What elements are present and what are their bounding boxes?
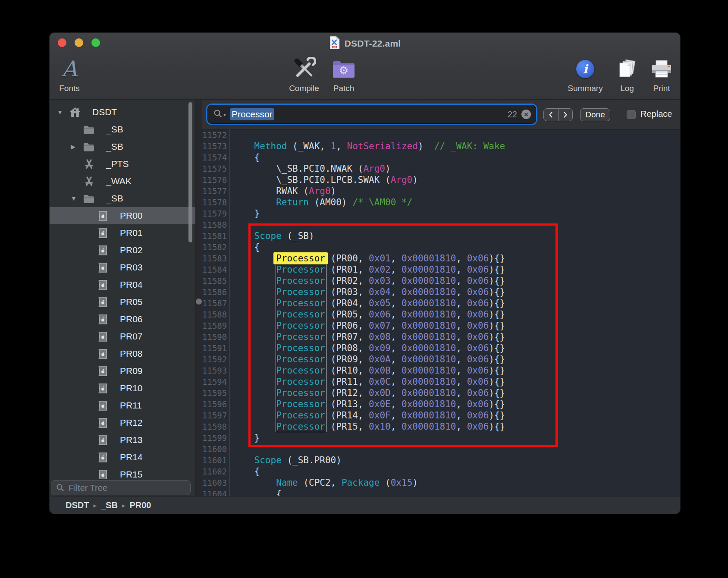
code-line[interactable]: 11592 Processor (PR09, 0x0A, 0x00001810,… [202, 354, 680, 365]
code-line[interactable]: 11586 Processor (PR03, 0x04, 0x00001810,… [202, 286, 680, 298]
clear-search-button[interactable]: × [521, 110, 531, 119]
gear-icon: ⚙ [332, 63, 356, 79]
disclosure-triangle-icon[interactable]: ▼ [56, 109, 69, 116]
line-number: 11584 [202, 264, 230, 275]
code-line[interactable]: 11590 Processor (PR07, 0x08, 0x00001810,… [202, 331, 680, 342]
splitter-handle[interactable] [196, 298, 202, 305]
code-line[interactable]: 11574 { [202, 152, 680, 163]
zoom-button[interactable] [91, 38, 100, 47]
code-line[interactable]: 11575 \_SB.PCI0.NWAK (Arg0) [202, 163, 680, 174]
disclosure-triangle-icon[interactable]: ▼ [69, 195, 83, 202]
code-line[interactable]: 11576 \_SB.PCI0.LPCB.SWAK (Arg0) [202, 174, 680, 185]
previous-match-button[interactable] [544, 109, 559, 121]
navigation-tree[interactable]: ▼DSDT_SB▶_SB_PTS_WAK▼_SBPR00PR01PR02PR03… [50, 104, 195, 479]
search-scope-chevron-icon[interactable]: ▾ [223, 112, 226, 118]
filter-tree-field[interactable] [51, 480, 191, 495]
find-navigation-segment [543, 108, 573, 121]
code-line[interactable]: 11593 Processor (PR10, 0x0B, 0x00001810,… [202, 365, 680, 376]
sidebar-item-pr00[interactable]: PR00 [50, 207, 195, 224]
code-line[interactable]: 11584 Processor (PR01, 0x02, 0x00001810,… [202, 264, 680, 275]
code-line[interactable]: 11582 { [202, 242, 680, 253]
code-line[interactable]: 11599 } [202, 432, 680, 443]
main-content: ▼DSDT_SB▶_SB_PTS_WAK▼_SBPR00PR01PR02PR03… [50, 100, 680, 496]
code-line[interactable]: 11585 Processor (PR02, 0x03, 0x00001810,… [202, 275, 680, 286]
sidebar-scrollbar-thumb[interactable] [188, 102, 192, 242]
next-match-button[interactable] [559, 109, 573, 121]
breadcrumb-item-_sb[interactable]: _SB [101, 500, 118, 510]
sidebar-item-_wak[interactable]: _WAK [50, 173, 195, 190]
close-button[interactable] [58, 38, 66, 47]
code-line[interactable]: 11580 [202, 219, 680, 230]
line-number: 11604 [202, 488, 230, 496]
code-line[interactable]: 11578 Return (AM00) /* \AM00 */ [202, 197, 680, 208]
sidebar-item-pr05[interactable]: PR05 [50, 293, 195, 311]
replace-label[interactable]: Replace [640, 109, 672, 119]
toolbar-item-patch[interactable]: ⚙Patch [320, 55, 367, 93]
code-line[interactable]: 11595 Processor (PR12, 0x0D, 0x00001810,… [202, 387, 680, 399]
code-line[interactable]: 11598 Processor (PR15, 0x10, 0x00001810,… [202, 421, 680, 432]
code-line[interactable]: 11577 RWAK (Arg0) [202, 185, 680, 197]
filter-tree-input[interactable] [68, 481, 188, 496]
done-button[interactable]: Done [580, 108, 610, 121]
minimize-button[interactable] [75, 38, 83, 47]
sidebar-item-_pts[interactable]: _PTS [50, 155, 195, 173]
titlebar[interactable]: AML DSDT-22.aml [50, 33, 680, 53]
disclosure-triangle-icon[interactable]: ▶ [69, 143, 83, 150]
code-line[interactable]: 11587 Processor (PR04, 0x05, 0x00001810,… [202, 298, 680, 309]
sidebar-item-_sb[interactable]: _SB [50, 121, 195, 138]
code-line[interactable]: 11602 { [202, 466, 680, 477]
sidebar-item-pr07[interactable]: PR07 [50, 328, 195, 345]
sidebar-item-pr03[interactable]: PR03 [50, 259, 195, 276]
sidebar-item-_sb[interactable]: ▼_SB [50, 190, 195, 207]
toolbar-item-fonts[interactable]: AFonts [49, 55, 93, 93]
line-number: 11585 [202, 275, 230, 286]
code-line[interactable]: 11572 [202, 129, 680, 141]
sidebar-item-pr10[interactable]: PR10 [50, 380, 195, 397]
sidebar-item-pr02[interactable]: PR02 [50, 242, 195, 259]
toolbar-item-summary[interactable]: iSummary [562, 55, 609, 93]
search-match: Processor [276, 332, 325, 342]
code-line[interactable]: 11597 Processor (PR14, 0x0F, 0x00001810,… [202, 410, 680, 421]
sidebar-item-pr06[interactable]: PR06 [50, 311, 195, 328]
document-icon[interactable]: AML [329, 36, 340, 51]
code-line[interactable]: 11604 { [202, 488, 680, 496]
breadcrumb-item-pr00[interactable]: PR00 [129, 500, 151, 510]
code-line[interactable]: 11583 Processor (PR00, 0x01, 0x00001810,… [202, 253, 680, 264]
find-input[interactable]: ▾ Processor 22 × [207, 105, 536, 124]
code-line[interactable]: 11600 [202, 443, 680, 455]
replace-checkbox[interactable] [627, 110, 636, 119]
pane-divider[interactable] [195, 100, 202, 496]
code-view[interactable]: 1157211573 Method (_WAK, 1, NotSerialize… [202, 129, 680, 496]
sidebar-item-pr09[interactable]: PR09 [50, 362, 195, 380]
code-line[interactable]: 11603 Name (CPC2, Package (0x15) [202, 477, 680, 488]
sidebar-item-dsdt[interactable]: ▼DSDT [50, 104, 195, 121]
fonts-icon: A [62, 58, 77, 80]
toolbar-item-print[interactable]: Print [638, 55, 681, 93]
toolbar-item-label: Fonts [59, 84, 80, 93]
code-line[interactable]: 11588 Processor (PR05, 0x06, 0x00001810,… [202, 309, 680, 320]
sidebar-item-pr12[interactable]: PR12 [50, 414, 195, 431]
code-line[interactable]: 11601 Scope (_SB.PR00) [202, 455, 680, 466]
toolbar-item-label: Patch [333, 84, 355, 93]
sidebar-item-pr11[interactable]: PR11 [50, 397, 195, 414]
sidebar-item-pr14[interactable]: PR14 [50, 449, 195, 466]
code-line[interactable]: 11594 Processor (PR11, 0x0C, 0x00001810,… [202, 376, 680, 387]
code-line[interactable]: 11579 } [202, 208, 680, 219]
code-line[interactable]: 11596 Processor (PR13, 0x0E, 0x00001810,… [202, 399, 680, 410]
code-line[interactable]: 11581 Scope (_SB) [202, 230, 680, 242]
code-text: Processor (PR15, 0x10, 0x00001810, 0x06)… [230, 421, 505, 432]
sidebar-item-pr15[interactable]: PR15 [50, 466, 195, 479]
tree-item-label: DSDT [92, 107, 117, 117]
line-number: 11583 [202, 253, 230, 264]
code-line[interactable]: 11589 Processor (PR06, 0x07, 0x00001810,… [202, 320, 680, 331]
code-line[interactable]: 11573 Method (_WAK, 1, NotSerialized) //… [202, 141, 680, 152]
line-number: 11596 [202, 399, 230, 410]
breadcrumb-item-dsdt[interactable]: DSDT [66, 500, 89, 510]
sidebar-item-pr13[interactable]: PR13 [50, 431, 195, 449]
sidebar-item-pr08[interactable]: PR08 [50, 345, 195, 362]
sidebar-item-_sb[interactable]: ▶_SB [50, 138, 195, 155]
sidebar-item-pr04[interactable]: PR04 [50, 276, 195, 293]
processor-icon [97, 314, 109, 325]
code-line[interactable]: 11591 Processor (PR08, 0x09, 0x00001810,… [202, 342, 680, 354]
sidebar-item-pr01[interactable]: PR01 [50, 224, 195, 242]
